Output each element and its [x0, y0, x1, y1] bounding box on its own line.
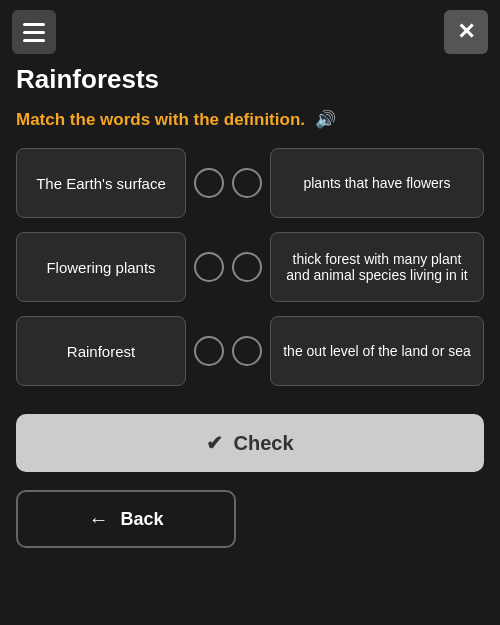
check-label: Check [233, 432, 293, 455]
def-box-2: thick forest with many plant and animal … [270, 232, 484, 302]
check-button[interactable]: ✔ Check [16, 414, 484, 472]
check-icon: ✔ [206, 431, 223, 455]
radio-right-1[interactable] [232, 168, 262, 198]
match-area: The Earth's surface plants that have flo… [0, 148, 500, 386]
match-row-3: Rainforest the out level of the land or … [16, 316, 484, 386]
radio-left-2[interactable] [194, 252, 224, 282]
menu-button[interactable] [12, 10, 56, 54]
term-box-2: Flowering plants [16, 232, 186, 302]
back-arrow-icon: ← [88, 508, 108, 531]
radio-right-3[interactable] [232, 336, 262, 366]
term-box-1: The Earth's surface [16, 148, 186, 218]
menu-line-3 [23, 39, 45, 42]
radio-left-1[interactable] [194, 168, 224, 198]
match-row-1: The Earth's surface plants that have flo… [16, 148, 484, 218]
instructions-text: Match the words with the definition. [16, 110, 305, 130]
def-box-1: plants that have flowers [270, 148, 484, 218]
speaker-icon[interactable]: 🔊 [315, 109, 336, 130]
top-bar: ✕ [0, 0, 500, 64]
menu-line-2 [23, 31, 45, 34]
menu-line-1 [23, 23, 45, 26]
radio-left-3[interactable] [194, 336, 224, 366]
back-label: Back [120, 509, 163, 530]
page-title: Rainforests [0, 64, 500, 109]
back-button[interactable]: ← Back [16, 490, 236, 548]
close-button[interactable]: ✕ [444, 10, 488, 54]
instructions: Match the words with the definition. 🔊 [0, 109, 500, 148]
match-row-2: Flowering plants thick forest with many … [16, 232, 484, 302]
def-box-3: the out level of the land or sea [270, 316, 484, 386]
radio-right-2[interactable] [232, 252, 262, 282]
term-box-3: Rainforest [16, 316, 186, 386]
